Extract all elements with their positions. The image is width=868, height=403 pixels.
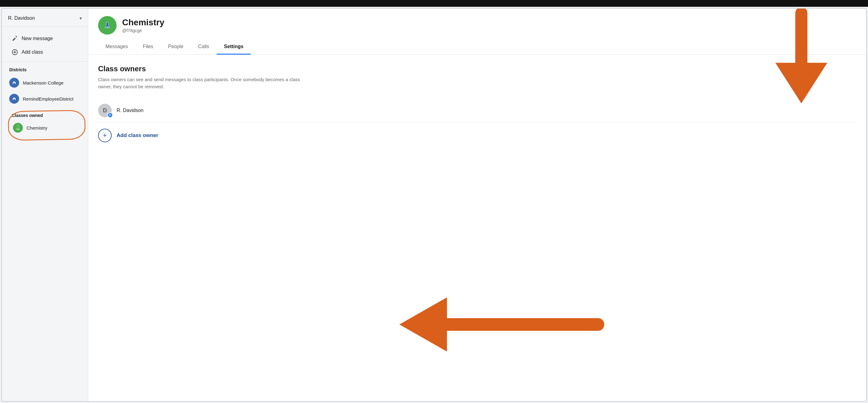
svg-rect-4 [13, 99, 15, 100]
svg-point-5 [18, 129, 19, 130]
sidebar-item-mackenson[interactable]: Mackenson College [9, 75, 81, 91]
svg-point-6 [17, 129, 18, 130]
settings-content: Class owners Class owners can see and se… [88, 55, 866, 401]
tabs-bar: Messages Files People Calls Settings [88, 39, 866, 55]
class-header: Chemistry @f78gcge [88, 9, 866, 35]
tab-settings[interactable]: Settings [217, 39, 251, 55]
compose-icon [12, 35, 18, 42]
user-dropdown[interactable]: R. Davidson ▾ [2, 9, 88, 27]
plus-icon: + [103, 131, 107, 140]
sidebar-item-chemistry[interactable]: Chemistry [12, 120, 78, 136]
class-info: Chemistry @f78gcge [122, 18, 164, 33]
tab-calls[interactable]: Calls [191, 39, 217, 55]
owner-name: R. Davidson [117, 108, 144, 113]
svg-rect-2 [13, 83, 15, 84]
mackenson-label: Mackenson College [23, 80, 64, 86]
districts-title: Districts [9, 67, 81, 72]
class-owners-title: Class owners [98, 64, 856, 73]
sidebar-actions: New message Add class [2, 27, 88, 62]
sidebar-item-remind[interactable]: RemindEmployeeDistrict [9, 91, 81, 107]
svg-point-11 [106, 27, 107, 28]
class-icon [98, 16, 117, 35]
tab-messages[interactable]: Messages [98, 39, 135, 55]
svg-point-10 [107, 27, 108, 28]
mackenson-avatar [9, 78, 19, 88]
user-name: R. Davidson [8, 16, 35, 21]
chemistry-avatar [13, 123, 23, 133]
main-wrapper: Chemistry @f78gcge Messages Files People… [88, 9, 866, 401]
add-class-button[interactable]: Add class [4, 45, 86, 59]
sidebar: R. Davidson ▾ New message [2, 9, 88, 401]
tab-people[interactable]: People [161, 39, 191, 55]
app-container: R. Davidson ▾ New message [1, 8, 867, 402]
add-class-label: Add class [22, 50, 43, 55]
add-owner-circle-icon: + [98, 129, 112, 142]
class-handle: @f78gcge [122, 28, 164, 33]
class-owners-desc: Class owners can see and send messages t… [98, 76, 314, 90]
chevron-down-icon: ▾ [80, 16, 82, 21]
owner-row: D R. Davidson [98, 99, 856, 123]
new-message-button[interactable]: New message [4, 32, 86, 45]
main-content: Chemistry @f78gcge Messages Files People… [88, 9, 866, 401]
top-bar [0, 0, 868, 7]
chemistry-label: Chemistry [27, 125, 48, 130]
classes-owned-title: Classes owned [12, 113, 78, 118]
remind-avatar [9, 94, 19, 104]
add-circle-icon [12, 49, 18, 55]
class-title: Chemistry [122, 18, 164, 28]
owner-avatar-wrapper: D [98, 104, 112, 117]
add-class-owner-button[interactable]: + Add class owner [98, 123, 856, 148]
owner-badge-icon [107, 112, 113, 118]
new-message-label: New message [22, 36, 53, 41]
classes-owned-section: Classes owned Chemistry [2, 108, 88, 140]
tab-files[interactable]: Files [135, 39, 161, 55]
classes-circle-highlight: Classes owned Chemistry [9, 112, 81, 138]
remind-label: RemindEmployeeDistrict [23, 96, 73, 101]
add-owner-label: Add class owner [117, 132, 158, 138]
districts-section: Districts Mackenson College [2, 62, 88, 108]
